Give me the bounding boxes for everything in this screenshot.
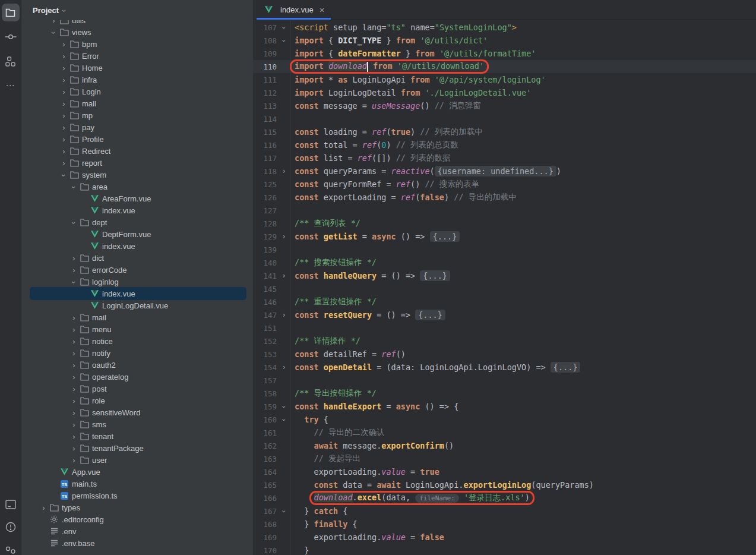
code-line-163[interactable]: 163 // 发起导出: [253, 452, 756, 465]
tree-item-env[interactable]: .env: [21, 525, 253, 537]
line-number[interactable]: 140: [253, 258, 278, 267]
code-line-112[interactable]: 112import LoginLogDetail from './LoginLo…: [253, 86, 756, 99]
structure-icon[interactable]: [2, 52, 20, 70]
tree-item-notice[interactable]: ›notice: [21, 335, 253, 347]
line-number[interactable]: 166: [253, 494, 278, 503]
tree-item-index-vue[interactable]: index.vue: [21, 204, 253, 216]
chevron-right-icon[interactable]: ›: [69, 409, 79, 417]
chevron-right-icon[interactable]: ›: [69, 314, 79, 321]
chevron-right-icon[interactable]: ›: [69, 421, 79, 428]
tree-item-sensitiveword[interactable]: ›sensitiveWord: [21, 406, 253, 418]
line-number[interactable]: 167: [253, 507, 278, 516]
tree-item-mail[interactable]: ›mail: [21, 311, 253, 323]
line-number[interactable]: 153: [253, 350, 278, 359]
chevron-right-icon[interactable]: ›: [59, 40, 69, 48]
line-number[interactable]: 139: [253, 245, 278, 254]
code-line-159[interactable]: 159›const handleExport = async () => {: [253, 400, 756, 413]
chevron-down-icon[interactable]: ›: [69, 183, 79, 191]
services-icon[interactable]: [2, 541, 20, 555]
tree-item-tenantpackage[interactable]: ›tenantPackage: [21, 442, 253, 454]
line-number[interactable]: 109: [253, 49, 278, 58]
chevron-down-icon[interactable]: ›: [69, 278, 79, 286]
code-line-126[interactable]: 126const exportLoading = ref(false) // 导…: [253, 191, 756, 204]
code-line-107[interactable]: 107›<script setup lang="ts" name="System…: [253, 21, 756, 34]
tree-item-permission-ts[interactable]: TSpermission.ts: [21, 490, 253, 502]
tree-item-dict[interactable]: ›dict: [21, 252, 253, 264]
fold-arrow-down-icon[interactable]: ›: [278, 37, 290, 44]
chevron-right-icon[interactable]: ›: [39, 504, 49, 512]
tree-item-errorcode[interactable]: ›errorCode: [21, 264, 253, 276]
chevron-right-icon[interactable]: ›: [59, 112, 69, 119]
code-line-166[interactable]: 166 download.excel(data, fileName: '登录日志…: [253, 491, 756, 504]
code-line-127[interactable]: 127: [253, 204, 756, 217]
line-number[interactable]: 164: [253, 468, 278, 477]
code-line-114[interactable]: 114: [253, 112, 756, 125]
chevron-right-icon[interactable]: ›: [69, 254, 79, 262]
line-number[interactable]: 110: [253, 62, 278, 71]
chevron-down-icon[interactable]: ›: [49, 29, 59, 36]
tree-item-menu[interactable]: ›menu: [21, 323, 253, 335]
line-number[interactable]: 159: [253, 402, 278, 411]
code-line-141[interactable]: 141›const handleQuery = () => {...}: [253, 269, 756, 282]
chevron-right-icon[interactable]: ›: [69, 385, 79, 393]
tree-item-pay[interactable]: ›pay: [21, 121, 253, 133]
close-icon[interactable]: ×: [320, 5, 325, 14]
tree-item-report[interactable]: ›report: [21, 157, 253, 169]
tree-item-areaform-vue[interactable]: AreaForm.vue: [21, 193, 253, 204]
line-number[interactable]: 125: [253, 180, 278, 189]
fold-arrow-down-icon[interactable]: ›: [278, 403, 290, 410]
code-line-140[interactable]: 140/** 搜索按钮操作 */: [253, 256, 756, 269]
code-line-129[interactable]: 129›const getList = async () => {...}: [253, 230, 756, 243]
chevron-down-icon[interactable]: ›: [61, 9, 68, 11]
tree-item-notify[interactable]: ›notify: [21, 347, 253, 359]
code-line-170[interactable]: 170 }: [253, 544, 756, 555]
chevron-right-icon[interactable]: ›: [59, 64, 69, 72]
fold-arrow-right-icon[interactable]: ›: [278, 364, 290, 371]
tree-item-post[interactable]: ›post: [21, 383, 253, 395]
tree-item-index-vue[interactable]: index.vue: [21, 288, 253, 299]
chevron-right-icon[interactable]: ›: [69, 326, 79, 333]
tree-item-role[interactable]: ›role: [21, 395, 253, 406]
code-line-169[interactable]: 169 exportLoading.value = false: [253, 531, 756, 544]
code-line-152[interactable]: 152/** 详情操作 */: [253, 335, 756, 348]
tree-item-sms[interactable]: ›sms: [21, 418, 253, 430]
tree-item-env-base[interactable]: .env.base: [21, 537, 253, 549]
code-line-146[interactable]: 146/** 重置按钮操作 */: [253, 295, 756, 308]
tree-item-redirect[interactable]: ›Redirect: [21, 145, 253, 157]
tree-item-deptform-vue[interactable]: DeptForm.vue: [21, 228, 253, 240]
code-line-128[interactable]: 128/** 查询列表 */: [253, 217, 756, 230]
line-number[interactable]: 168: [253, 520, 278, 529]
line-number[interactable]: 115: [253, 128, 278, 137]
more-icon[interactable]: ⋯: [2, 77, 20, 94]
code-line-116[interactable]: 116const total = ref(0) // 列表的总页数: [253, 138, 756, 152]
code-line-161[interactable]: 161 // 导出的二次确认: [253, 426, 756, 439]
line-number[interactable]: 141: [253, 272, 278, 280]
code-line-108[interactable]: 108›import { DICT_TYPE } from '@/utils/d…: [253, 34, 756, 47]
tree-item-dept[interactable]: ›dept: [21, 216, 253, 228]
line-number[interactable]: 112: [253, 89, 278, 97]
line-number[interactable]: 152: [253, 337, 278, 346]
chevron-right-icon[interactable]: ›: [69, 444, 79, 452]
code-line-109[interactable]: 109import { dateFormatter } from '@/util…: [253, 47, 756, 60]
chevron-right-icon[interactable]: ›: [69, 266, 79, 274]
chevron-right-icon[interactable]: ›: [69, 397, 79, 405]
code-line-115[interactable]: 115const loading = ref(true) // 列表的加载中: [253, 125, 756, 138]
line-number[interactable]: 154: [253, 363, 278, 372]
line-number[interactable]: 161: [253, 428, 278, 437]
line-number[interactable]: 151: [253, 324, 278, 333]
fold-arrow-down-icon[interactable]: ›: [278, 416, 290, 423]
tree-item-login[interactable]: ›Login: [21, 86, 253, 97]
code-line-110[interactable]: 110import download from '@/utils/downloa…: [253, 60, 756, 73]
code-line-160[interactable]: 160› try {: [253, 413, 756, 426]
line-number[interactable]: 146: [253, 298, 278, 307]
chevron-right-icon[interactable]: ›: [59, 147, 69, 155]
tree-item-index-vue[interactable]: index.vue: [21, 240, 253, 252]
tree-item-tenant[interactable]: ›tenant: [21, 430, 253, 442]
code-line-164[interactable]: 164 exportLoading.value = true: [253, 465, 756, 478]
line-number[interactable]: 114: [253, 115, 278, 124]
tree-item-error[interactable]: ›Error: [21, 50, 253, 62]
tree-item-oauth2[interactable]: ›oauth2: [21, 359, 253, 371]
fold-arrow-right-icon[interactable]: ›: [278, 311, 290, 319]
line-number[interactable]: 158: [253, 389, 278, 398]
tree-item-utils[interactable]: ›utils: [21, 20, 253, 26]
